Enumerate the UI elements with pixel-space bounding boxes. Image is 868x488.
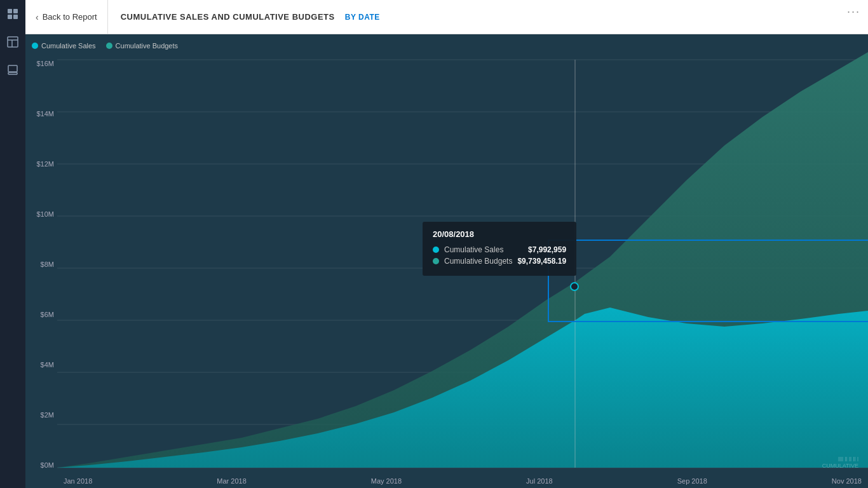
x-label-nov: Nov 2018 [832, 477, 862, 485]
back-to-report-button[interactable]: ‹ Back to Report [25, 0, 108, 34]
tooltip-label-budgets: Cumulative Budgets [444, 257, 512, 266]
svg-rect-8 [8, 72, 17, 74]
tooltip-row-budgets: Cumulative Budgets $9,739,458.19 [433, 257, 566, 266]
tooltip-row-sales: Cumulative Sales $7,992,959 [433, 245, 566, 254]
x-label-jan: Jan 2018 [64, 477, 92, 485]
tooltip-date: 20/08/2018 [433, 229, 566, 239]
y-label-16m: $16M [36, 60, 54, 67]
legend-dot-budgets [106, 43, 112, 49]
chart-main-title: CUMULATIVE SALES AND CUMULATIVE BUDGETS [121, 12, 335, 22]
chart-title-section: CUMULATIVE SALES AND CUMULATIVE BUDGETS … [108, 12, 868, 22]
tooltip-dot-budgets [433, 258, 439, 264]
legend-label-budgets: Cumulative Budgets [116, 42, 178, 50]
watermark-line2: CUMULATIVE [822, 463, 858, 469]
legend-item-sales: Cumulative Sales [32, 42, 96, 50]
x-label-may: May 2018 [371, 477, 402, 485]
tooltip-value-budgets: $9,739,458.19 [517, 257, 566, 266]
topbar-menu-icon[interactable]: ··· [847, 5, 860, 18]
legend-dot-sales [32, 43, 38, 49]
y-axis: $16M $14M $12M $10M $8M $6M $4M $2M $0M [25, 60, 57, 469]
x-label-mar: Mar 2018 [217, 477, 246, 485]
svg-rect-2 [8, 15, 12, 19]
y-label-0m: $0M [41, 461, 54, 469]
back-button-label: Back to Report [43, 12, 97, 22]
y-label-12m: $12M [36, 160, 54, 168]
svg-rect-3 [13, 15, 18, 19]
x-label-sep: Sep 2018 [677, 477, 707, 485]
tooltip-dot-sales [433, 247, 439, 253]
svg-rect-4 [8, 37, 18, 47]
watermark: llll ll ll ll l CUMULATIVE [822, 456, 858, 469]
chart-legend: Cumulative Sales Cumulative Budgets [32, 42, 178, 50]
x-label-jul: Jul 2018 [526, 477, 553, 485]
layers-icon[interactable] [5, 62, 20, 78]
chevron-left-icon: ‹ [36, 12, 39, 22]
crosshair-dot-sales [570, 282, 579, 291]
chart-sub-title: BY DATE [345, 13, 380, 22]
y-label-14m: $14M [36, 110, 54, 118]
y-label-4m: $4M [41, 361, 54, 369]
svg-marker-19 [57, 308, 868, 468]
y-label-8m: $8M [41, 261, 54, 268]
tooltip-value-sales: $7,992,959 [528, 245, 566, 254]
x-axis: Jan 2018 Mar 2018 May 2018 Jul 2018 Sep … [57, 477, 868, 485]
svg-rect-0 [8, 9, 12, 13]
y-label-2m: $2M [41, 411, 54, 419]
sidebar [0, 0, 25, 488]
legend-item-budgets: Cumulative Budgets [106, 42, 178, 50]
layout-icon[interactable] [5, 34, 20, 50]
tooltip: 20/08/2018 Cumulative Sales $7,992,959 C… [423, 222, 576, 276]
watermark-line1: llll ll ll ll l [822, 456, 858, 463]
legend-label-sales: Cumulative Sales [41, 42, 96, 50]
y-label-10m: $10M [36, 210, 54, 218]
svg-rect-7 [8, 65, 17, 72]
chart-area[interactable]: Cumulative Sales Cumulative Budgets $16M… [25, 34, 868, 488]
topbar: ‹ Back to Report CUMULATIVE SALES AND CU… [25, 0, 868, 34]
tooltip-label-sales: Cumulative Sales [444, 245, 523, 254]
y-label-6m: $6M [41, 311, 54, 318]
svg-rect-1 [13, 9, 18, 13]
grid-icon[interactable] [5, 6, 20, 22]
